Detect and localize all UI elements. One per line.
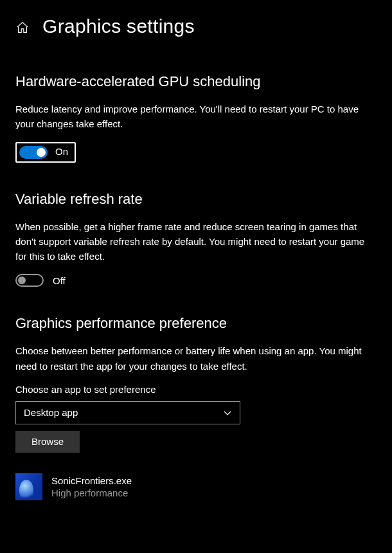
perf-pref-section: Graphics performance preference Choose b… (15, 315, 377, 503)
gpu-scheduling-section: Hardware-accelerated GPU scheduling Redu… (15, 73, 377, 163)
app-list: SonicFrontiers.exe High performance (15, 471, 377, 503)
vrr-toggle-label: Off (53, 275, 66, 286)
app-type-select[interactable]: Desktop app (15, 401, 240, 424)
page-title: Graphics settings (42, 15, 195, 37)
toggle-knob (37, 148, 46, 157)
gpu-scheduling-description: Reduce latency and improve performance. … (15, 102, 375, 132)
toggle-knob (18, 276, 26, 284)
app-type-selected: Desktop app (24, 407, 78, 418)
vrr-toggle[interactable] (15, 274, 44, 287)
gpu-scheduling-title: Hardware-accelerated GPU scheduling (15, 73, 377, 90)
vrr-description: When possible, get a higher frame rate a… (15, 219, 375, 264)
vrr-toggle-row: Off (15, 274, 377, 287)
chevron-down-icon (223, 408, 232, 417)
settings-content: Hardware-accelerated GPU scheduling Redu… (0, 73, 392, 503)
perf-pref-title: Graphics performance preference (15, 315, 377, 332)
app-item-preference: High performance (51, 487, 132, 498)
app-list-item[interactable]: SonicFrontiers.exe High performance (15, 471, 377, 503)
vrr-title: Variable refresh rate (15, 191, 377, 208)
app-icon (15, 473, 42, 500)
app-item-text: SonicFrontiers.exe High performance (51, 475, 132, 498)
vrr-section: Variable refresh rate When possible, get… (15, 191, 377, 287)
gpu-scheduling-toggle-focus: On (15, 142, 76, 163)
choose-app-label: Choose an app to set preference (15, 384, 377, 395)
gpu-scheduling-toggle-row: On (15, 142, 377, 163)
gpu-scheduling-toggle[interactable] (19, 146, 48, 159)
browse-button[interactable]: Browse (15, 431, 80, 453)
app-item-name: SonicFrontiers.exe (51, 475, 132, 486)
home-icon[interactable] (15, 21, 30, 35)
gpu-scheduling-toggle-label: On (55, 146, 68, 159)
perf-pref-description: Choose between better performance or bat… (15, 343, 375, 374)
page-header: Graphics settings (0, 0, 392, 48)
